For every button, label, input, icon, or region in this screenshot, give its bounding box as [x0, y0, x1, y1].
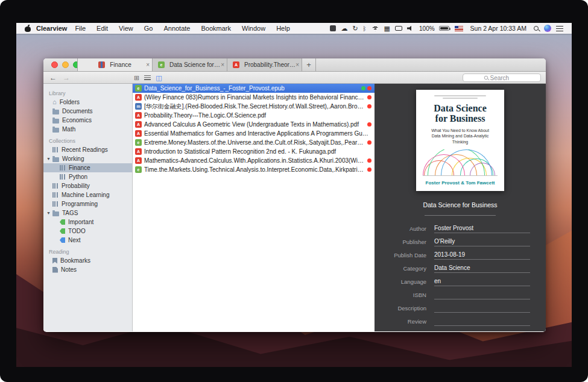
sidebar-item-programming[interactable]: Programming [43, 199, 132, 208]
menu-bookmark[interactable]: Bookmark [195, 23, 236, 34]
tab-finance[interactable]: Finance× [77, 58, 152, 71]
grid-view-icon[interactable]: ⊞ [134, 72, 139, 83]
file-row[interactable]: Data_Science_for_Business_-_Foster_Provo… [133, 84, 375, 93]
sidebar-item-notes[interactable]: Notes [43, 265, 132, 274]
sidebar-item-label: Math [62, 126, 75, 133]
file-row[interactable]: Introduction to Statistical Pattern Reco… [133, 147, 375, 156]
field-value[interactable]: Data Science [434, 265, 530, 273]
app-menu-title[interactable]: Clearview [36, 25, 67, 32]
file-row[interactable]: Mathematics-Advanced.Calculus.With.Appli… [133, 156, 375, 165]
file-name: Introduction to Statistical Pattern Reco… [144, 148, 369, 155]
sync-icon[interactable] [352, 23, 358, 34]
tab-close-icon[interactable]: × [221, 62, 224, 68]
notification-center-icon[interactable] [556, 26, 563, 31]
wifi-icon[interactable] [371, 26, 379, 31]
sidebar-item-todo[interactable]: TODO [43, 227, 132, 236]
menu-view[interactable]: View [113, 23, 139, 34]
field-value[interactable]: 2013-08-19 [434, 251, 530, 260]
file-row[interactable]: Time.the.Markets.Using.Technical.Analysi… [133, 165, 375, 174]
search-input[interactable] [490, 75, 520, 81]
status-dot-icon [367, 158, 371, 163]
disclosure-triangle-icon[interactable]: ▼ [46, 157, 52, 161]
tab-close-icon[interactable]: × [296, 62, 299, 68]
menu-bar-status: 100% Sun 2 Apr 10:33 AM [327, 23, 572, 34]
sidebar-item-probability[interactable]: Probability [43, 181, 132, 190]
menu-go[interactable]: Go [139, 23, 159, 34]
display-icon[interactable] [395, 26, 402, 31]
field-label: Category [375, 265, 426, 273]
menu-bar-clock[interactable]: Sun 2 Apr 10:33 AM [470, 25, 526, 32]
window-title-bar[interactable]: Finance×Data Science for Business×Probab… [43, 58, 546, 72]
two-pane-view-icon[interactable]: ◫ [156, 72, 162, 83]
status-dots [367, 168, 371, 172]
tab-data-science-for-business[interactable]: Data Science for Business× [152, 58, 227, 71]
sidebar-item-tags[interactable]: ▼TAGS [43, 208, 132, 218]
volume-icon[interactable] [407, 26, 413, 31]
bluetooth-icon[interactable] [363, 23, 367, 34]
spotlight-icon[interactable] [534, 26, 539, 31]
tab-close-icon[interactable]: × [146, 62, 150, 68]
close-window-button[interactable] [51, 61, 58, 68]
menu-edit[interactable]: Edit [91, 23, 113, 34]
sidebar-item-working[interactable]: ▼Working [43, 154, 132, 163]
back-button[interactable]: ← [49, 72, 57, 83]
file-row[interactable]: (Wiley Finance 083)Rumors in Financial M… [133, 93, 375, 102]
field-value[interactable]: Foster Provost [434, 225, 530, 233]
sidebar-item-label: Folders [60, 99, 80, 105]
sidebar-item-math[interactable]: Math [43, 125, 132, 134]
list-view-icon[interactable] [144, 75, 151, 80]
desktop-wallpaper: Finance×Data Science for Business×Probab… [16, 34, 572, 367]
file-name: Data_Science_for_Business_-_Foster_Provo… [144, 85, 359, 92]
battery-icon[interactable] [439, 26, 449, 31]
sidebar-item-documents[interactable]: Documents [43, 107, 132, 116]
keyboard-icon[interactable] [384, 23, 390, 34]
field-value[interactable] [434, 291, 530, 299]
file-row[interactable]: Extreme.Money.Masters.of.the.Universe.an… [133, 138, 375, 147]
flag-icon[interactable] [455, 26, 463, 31]
search-field[interactable] [463, 74, 541, 82]
file-row[interactable]: Advanced Calculus A Geometric View (Unde… [133, 120, 375, 129]
file-row[interactable]: Probability.Theory---The.Logic.Of.Scienc… [133, 111, 375, 120]
field-value[interactable] [434, 304, 530, 313]
field-value[interactable]: O'Reilly [434, 238, 530, 246]
screen: Clearview FileEditViewGoAnnotateBookmark… [16, 23, 572, 367]
menu-file[interactable]: File [69, 23, 91, 34]
sidebar-item-economics[interactable]: Economics [43, 116, 132, 125]
minimize-window-button[interactable] [62, 61, 69, 68]
status-dots [367, 104, 371, 108]
sidebar-item-label: Important [68, 219, 93, 225]
sidebar-item-python[interactable]: Python [43, 172, 132, 181]
siri-icon[interactable] [544, 25, 551, 32]
sidebar-item-bookmarks[interactable]: Bookmarks [43, 256, 132, 265]
folder-icon [52, 110, 59, 114]
sidebar-item-next[interactable]: Next [43, 236, 132, 245]
mobi-icon [135, 103, 142, 110]
field-label: Publish Date [375, 252, 426, 260]
sidebar-item-finance[interactable]: Finance [43, 163, 132, 172]
field-value[interactable] [434, 318, 530, 326]
field-label: ISBN [375, 292, 426, 299]
pdf-icon [135, 112, 142, 119]
menu-help[interactable]: Help [271, 23, 296, 34]
status-dot-icon [367, 168, 371, 172]
field-value[interactable]: en [434, 278, 530, 286]
forward-button[interactable]: → [63, 72, 70, 83]
status-dots [367, 95, 371, 99]
home-icon: ⌂ [52, 99, 57, 105]
tab-probability-theory-the-log[interactable]: Probability.Theory---The.Log…× [227, 58, 302, 71]
app-icon[interactable] [330, 25, 336, 31]
sidebar-item-folders[interactable]: ⌂Folders [43, 98, 132, 107]
menu-window[interactable]: Window [236, 23, 271, 34]
sidebar-item-important[interactable]: Important [43, 218, 132, 227]
sidebar-item-recent-readings[interactable]: Recent Readings [43, 145, 132, 154]
cloud-icon[interactable] [341, 23, 347, 34]
sidebar-item-machine-learning[interactable]: Machine Learning [43, 190, 132, 199]
new-tab-button[interactable]: + [302, 58, 316, 71]
disclosure-triangle-icon[interactable]: ▼ [46, 211, 52, 215]
file-row[interactable]: Essential Mathematics for Games and Inte… [133, 129, 375, 138]
file-row[interactable]: [华尔街金融史].(Red-Blooded.Risk.The.Secret.Hi… [133, 102, 375, 111]
menu-annotate[interactable]: Annotate [158, 23, 195, 34]
tab-label: Data Science for Business [169, 61, 221, 68]
folder-icon [52, 211, 59, 216]
apple-menu-icon[interactable] [25, 25, 31, 32]
